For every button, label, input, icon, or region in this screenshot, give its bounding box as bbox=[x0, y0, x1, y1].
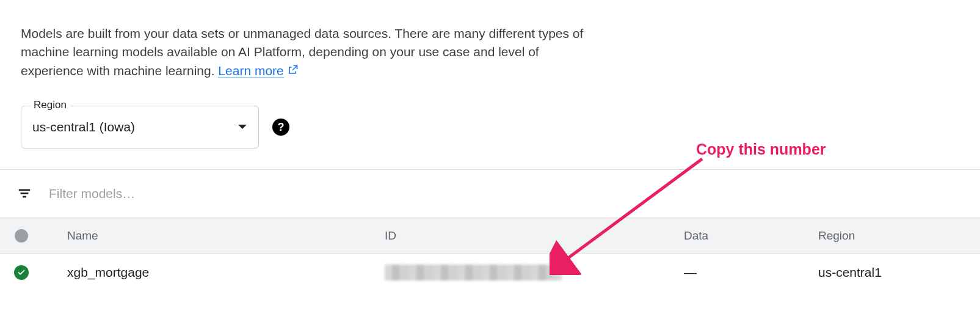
region-select-value: us-central1 (Iowa) bbox=[32, 120, 238, 134]
col-header-data[interactable]: Data bbox=[684, 229, 818, 243]
help-icon[interactable]: ? bbox=[272, 119, 289, 136]
svg-rect-1 bbox=[21, 192, 29, 194]
filter-input[interactable] bbox=[37, 186, 968, 201]
col-header-region[interactable]: Region bbox=[818, 229, 980, 243]
filter-icon[interactable] bbox=[12, 187, 37, 200]
learn-more-link[interactable]: Learn more bbox=[218, 64, 283, 78]
redacted-id-placeholder bbox=[385, 265, 562, 280]
status-header-dot-icon bbox=[15, 229, 28, 243]
external-link-icon bbox=[286, 63, 299, 81]
intro-text: Models are built from your data sets or … bbox=[21, 26, 583, 78]
col-header-id[interactable]: ID bbox=[385, 229, 684, 243]
region-select-label: Region bbox=[30, 99, 70, 111]
intro-paragraph: Models are built from your data sets or … bbox=[21, 24, 590, 81]
cell-name[interactable]: xgb_mortgage bbox=[43, 265, 385, 280]
chevron-down-icon bbox=[238, 122, 247, 132]
svg-rect-2 bbox=[23, 196, 26, 198]
table-row[interactable]: xgb_mortgage — us-central1 bbox=[0, 254, 980, 291]
svg-rect-0 bbox=[19, 189, 30, 191]
col-header-name[interactable]: Name bbox=[43, 229, 385, 243]
table-header-row: Name ID Data Region bbox=[0, 218, 980, 254]
filter-bar bbox=[0, 169, 980, 218]
cell-data: — bbox=[684, 265, 818, 280]
cell-id[interactable] bbox=[385, 265, 684, 280]
status-success-icon bbox=[14, 265, 29, 280]
cell-region: us-central1 bbox=[818, 265, 980, 280]
region-select[interactable]: Region us-central1 (Iowa) bbox=[21, 106, 259, 148]
